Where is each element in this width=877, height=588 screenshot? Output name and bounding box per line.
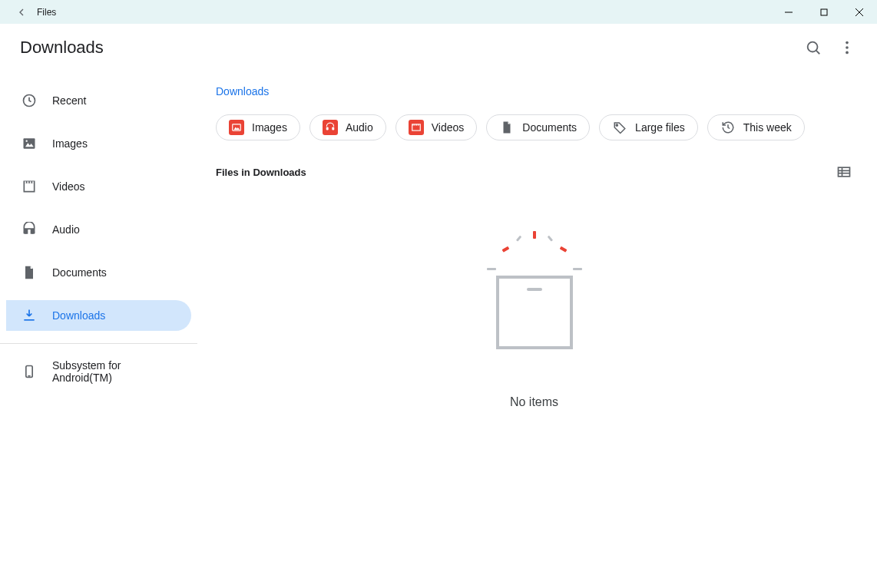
back-button[interactable] — [12, 3, 31, 21]
device-icon — [22, 364, 37, 379]
svg-rect-19 — [24, 319, 34, 321]
svg-marker-23 — [234, 127, 240, 130]
audio-icon — [323, 120, 338, 135]
svg-rect-18 — [31, 229, 35, 234]
sidebar-item-subsystem-android[interactable]: Subsystem for Android(TM) — [6, 356, 191, 387]
documents-icon — [499, 120, 515, 135]
sidebar-item-downloads[interactable]: Downloads — [6, 300, 191, 331]
close-button[interactable] — [842, 0, 877, 24]
svg-point-12 — [26, 140, 28, 142]
svg-rect-16 — [32, 181, 34, 183]
sidebar-item-videos[interactable]: Videos — [6, 171, 191, 202]
svg-rect-37 — [501, 246, 509, 253]
svg-rect-42 — [573, 268, 582, 270]
section-title: Files in Downloads — [216, 167, 306, 178]
sidebar-item-documents[interactable]: Documents — [6, 257, 191, 288]
svg-rect-13 — [25, 181, 26, 183]
header-actions — [805, 39, 855, 56]
videos-icon — [409, 120, 424, 135]
videos-icon — [22, 179, 37, 194]
sidebar-item-images[interactable]: Images — [6, 128, 191, 159]
filter-chip-audio[interactable]: Audio — [309, 114, 386, 140]
empty-illustration — [473, 226, 596, 365]
svg-rect-40 — [547, 236, 552, 242]
svg-point-31 — [616, 124, 617, 126]
svg-point-8 — [846, 51, 849, 55]
window-controls — [771, 0, 877, 24]
svg-point-4 — [808, 42, 818, 52]
view-toggle-button[interactable] — [836, 164, 852, 180]
window-title: Files — [37, 7, 56, 18]
filter-chip-this-week[interactable]: This week — [707, 114, 805, 140]
page-title: Downloads — [20, 38, 104, 58]
minimize-button[interactable] — [771, 0, 806, 24]
svg-rect-25 — [332, 127, 334, 130]
breadcrumb[interactable]: Downloads — [216, 85, 852, 97]
chip-label: Videos — [432, 121, 465, 134]
empty-state: No items — [216, 226, 852, 409]
sidebar-item-label: Audio — [52, 223, 80, 236]
filter-chip-images[interactable]: Images — [216, 114, 300, 140]
downloads-icon — [22, 308, 37, 323]
svg-line-5 — [816, 51, 819, 54]
svg-rect-17 — [24, 229, 27, 234]
sidebar-item-label: Recent — [52, 94, 86, 107]
sidebar-item-recent[interactable]: Recent — [6, 85, 191, 116]
svg-rect-44 — [527, 288, 542, 291]
tag-icon — [612, 120, 627, 135]
svg-rect-43 — [498, 277, 571, 348]
svg-rect-30 — [418, 124, 419, 126]
sidebar-item-audio[interactable]: Audio — [6, 214, 191, 245]
app-surface: Downloads — [0, 24, 877, 588]
search-button[interactable] — [805, 39, 822, 56]
svg-rect-29 — [416, 124, 417, 126]
chip-label: Images — [252, 121, 287, 134]
content-columns: Recent Images Vide — [0, 67, 877, 588]
documents-icon — [22, 265, 37, 280]
sidebar-item-label: Subsystem for Android(TM) — [52, 359, 176, 384]
more-options-button[interactable] — [839, 39, 855, 56]
svg-rect-27 — [412, 124, 413, 126]
chip-label: This week — [743, 121, 792, 134]
svg-rect-39 — [515, 236, 521, 242]
svg-point-6 — [846, 41, 849, 45]
sidebar-item-label: Images — [52, 137, 88, 150]
images-icon — [229, 120, 244, 135]
svg-point-7 — [846, 46, 849, 49]
svg-rect-36 — [533, 231, 536, 239]
filter-chip-row: Images Audio Videos — [216, 114, 852, 140]
empty-message: No items — [510, 395, 558, 409]
chip-label: Documents — [522, 121, 577, 134]
titlebar: Files — [0, 0, 877, 24]
svg-rect-14 — [28, 181, 29, 183]
audio-icon — [22, 222, 37, 237]
header: Downloads — [0, 24, 877, 67]
svg-rect-1 — [821, 9, 827, 15]
svg-rect-15 — [30, 181, 31, 183]
images-icon — [22, 136, 37, 151]
chip-label: Large files — [635, 121, 685, 134]
svg-rect-38 — [559, 246, 567, 253]
svg-rect-24 — [326, 127, 329, 130]
recent-icon — [22, 93, 37, 108]
svg-rect-32 — [839, 167, 850, 177]
svg-rect-28 — [414, 124, 415, 126]
history-icon — [720, 120, 736, 135]
sidebar-item-label: Documents — [52, 266, 107, 279]
sidebar-item-label: Downloads — [52, 309, 105, 322]
svg-rect-41 — [487, 268, 496, 270]
chip-label: Audio — [346, 121, 373, 134]
filter-chip-documents[interactable]: Documents — [486, 114, 590, 140]
sidebar-divider — [0, 343, 197, 344]
sidebar: Recent Images Vide — [0, 67, 197, 588]
section-header: Files in Downloads — [216, 164, 852, 180]
maximize-button[interactable] — [806, 0, 842, 24]
sidebar-item-label: Videos — [52, 180, 85, 193]
filter-chip-videos[interactable]: Videos — [395, 114, 478, 140]
main-content: Downloads Images Audio — [197, 67, 877, 588]
filter-chip-large-files[interactable]: Large files — [599, 114, 698, 140]
svg-rect-10 — [24, 138, 35, 148]
